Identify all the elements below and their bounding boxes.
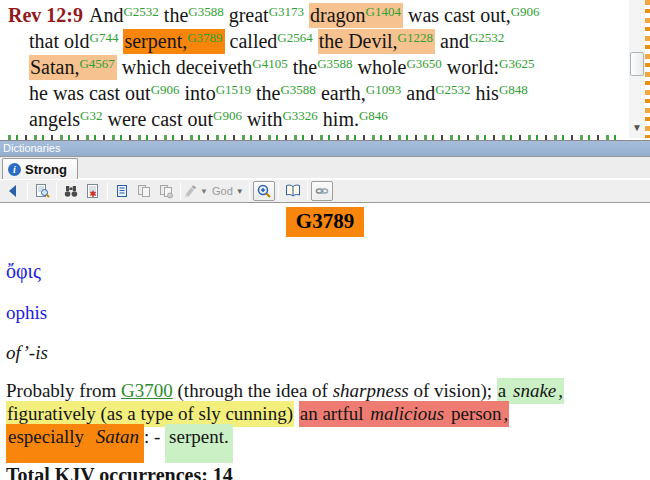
verse-word: angelsG32: [29, 108, 102, 130]
verse-line: Rev 12:9AndG2532 theG3588 greatG3173 dra…: [8, 2, 624, 28]
definition-segment: serpent.: [165, 424, 233, 463]
strong-number-link[interactable]: G906: [151, 82, 180, 97]
strong-number-link[interactable]: G3588: [280, 82, 315, 97]
strong-number-link[interactable]: G3789: [187, 30, 222, 45]
search-button[interactable]: [60, 181, 82, 201]
strong-number-link[interactable]: G3588: [188, 4, 223, 19]
definition-line: figuratively (as a type of sly cunning) …: [6, 402, 644, 425]
strong-number-link[interactable]: G2532: [469, 30, 504, 45]
strong-number-link[interactable]: G3326: [282, 108, 317, 123]
strongs-cross-reference-link[interactable]: G3700: [121, 380, 173, 401]
resource-selector[interactable]: God▼: [206, 181, 246, 201]
toolbar-separator: [249, 182, 250, 200]
definition-segment: malicious: [369, 401, 445, 427]
strong-number-link[interactable]: G4105: [252, 56, 287, 71]
strong-number-link[interactable]: G1404: [366, 4, 401, 19]
verse-word: intoG1519: [185, 82, 252, 104]
study-notes-button[interactable]: [111, 181, 133, 201]
verse-line: angelsG32 were cast outG906 withG3326 hi…: [8, 106, 624, 132]
definition-segment: of vision);: [409, 380, 497, 401]
definition-line: especially Satan: - serpent.: [6, 425, 644, 448]
transliteration: ophis: [6, 302, 644, 324]
strong-number-link[interactable]: G4567: [79, 56, 114, 71]
strong-number-link[interactable]: G1519: [216, 82, 251, 97]
dictionary-lookup-button[interactable]: [31, 181, 53, 201]
bible-text: Rev 12:9AndG2532 theG3588 greatG3173 dra…: [0, 0, 650, 132]
strong-number-link[interactable]: G1093: [366, 82, 401, 97]
link-button[interactable]: [311, 181, 333, 201]
strong-number-link[interactable]: G2532: [435, 82, 470, 97]
greek-word: ὄφις: [6, 260, 644, 283]
clipped-next-verse-line: [8, 135, 620, 140]
resource-selector-label: God: [212, 185, 233, 197]
verse-word: AndG2532: [89, 4, 159, 26]
strong-number-link[interactable]: G1228: [398, 30, 433, 45]
highlighter-button[interactable]: ▼: [184, 181, 206, 201]
strong-number-link[interactable]: G906: [511, 4, 540, 19]
verse-line: Satan,G4567 which deceivethG4105 theG358…: [8, 54, 624, 80]
arrow-left-icon: [5, 183, 21, 199]
link-icon: [314, 183, 330, 199]
verse-word: andG2532: [440, 30, 504, 52]
bible-scrollbar[interactable]: ▼: [629, 0, 645, 138]
verse-word: was cast out,G906: [408, 4, 540, 26]
copy-button[interactable]: [133, 181, 155, 201]
dictionary-tab-bar: i Strong: [0, 156, 650, 179]
dictionaries-panel-title: Dictionaries: [3, 142, 60, 154]
verse-word: theG3588: [256, 82, 316, 104]
verse-word: Satan,G4567: [29, 55, 117, 80]
strong-number-link[interactable]: G906: [213, 108, 242, 123]
compare-button[interactable]: [282, 181, 304, 201]
tab-strong[interactable]: i Strong: [2, 158, 78, 179]
strong-number-link[interactable]: G3625: [499, 56, 534, 71]
dictionary-entry-pane: G3789 ὄφις ophis of’-is Probably from G3…: [0, 203, 650, 480]
strong-number-link[interactable]: G3173: [269, 4, 304, 19]
strongs-number-heading: G3789: [286, 207, 364, 237]
definition-segment: person: [445, 401, 502, 427]
verse-word: calledG2564: [230, 30, 313, 52]
copy-verses-button[interactable]: [155, 181, 177, 201]
strong-number-link[interactable]: G848: [499, 82, 528, 97]
toolbar-separator: [107, 182, 108, 200]
dictionaries-panel-header: Dictionaries: [0, 140, 650, 156]
verse-reference[interactable]: Rev 12:9: [8, 4, 83, 26]
back-button[interactable]: [2, 181, 24, 201]
total-occurrences-value: 14: [213, 464, 233, 480]
zoom-in-icon: [256, 183, 272, 199]
total-occurrences-label: Total KJV occurrences:: [6, 464, 208, 480]
notes-icon: [114, 183, 130, 199]
marker-icon: [182, 183, 198, 199]
strong-number-link[interactable]: G3650: [406, 56, 441, 71]
strong-number-link[interactable]: G32: [80, 108, 102, 123]
dictionary-toolbar: ✱▼God▼: [0, 179, 650, 203]
verse-word: dragonG1404: [309, 3, 403, 28]
definition-segment: (through the idea of: [173, 380, 333, 401]
scroll-down-arrow-icon[interactable]: ▼: [629, 121, 645, 135]
verse-word: that oldG744: [29, 30, 118, 52]
page-find-icon: [34, 183, 50, 199]
verse-list-button[interactable]: ✱: [82, 181, 104, 201]
strong-number-link[interactable]: G2564: [277, 30, 312, 45]
verse-word: andG2532: [406, 82, 470, 104]
chevron-down-icon: ▼: [236, 187, 244, 196]
strong-number-link[interactable]: G744: [90, 30, 119, 45]
info-icon: i: [8, 163, 21, 176]
binoculars-icon: [63, 183, 79, 199]
strong-number-link[interactable]: G3588: [317, 56, 352, 71]
verse-word: wholeG3650: [358, 56, 442, 78]
definition-segment: especially: [6, 424, 94, 463]
verse-word: the Devil,G1228: [318, 29, 435, 54]
verse-line: that oldG744 serpent,G3789 calledG2564 t…: [8, 28, 624, 54]
strong-number-link[interactable]: G846: [359, 108, 388, 123]
strong-number-link[interactable]: G2532: [123, 4, 158, 19]
bible-scrollbar-thumb[interactable]: [630, 52, 644, 76]
definition-segment: an artful: [299, 401, 370, 427]
svg-text:✱: ✱: [89, 189, 97, 199]
definition-segment: Satan: [94, 424, 144, 463]
definition-line: Probably from G3700 (through the idea of…: [6, 379, 644, 402]
zoom-button[interactable]: [253, 181, 275, 201]
verse-line: he was cast outG906 intoG1519 theG3588 e…: [8, 80, 624, 106]
verse-word: him.G846: [323, 108, 388, 130]
definition-segment: snake: [512, 378, 557, 404]
toolbar-separator: [278, 182, 279, 200]
